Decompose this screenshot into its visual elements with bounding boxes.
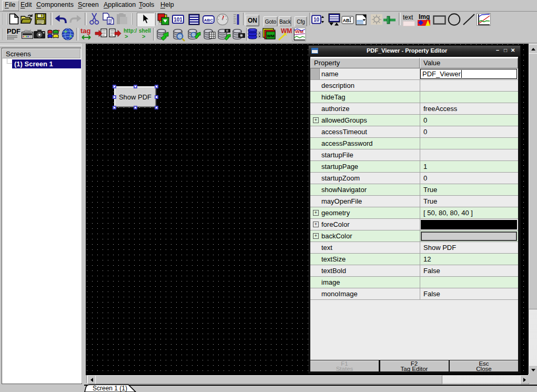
svg-text:AB: AB [343,18,349,23]
svg-text:10: 10 [313,17,320,23]
svg-text:101: 101 [174,17,183,23]
svg-text:ABC: ABC [204,18,214,23]
svg-text:WM: WM [267,34,275,38]
